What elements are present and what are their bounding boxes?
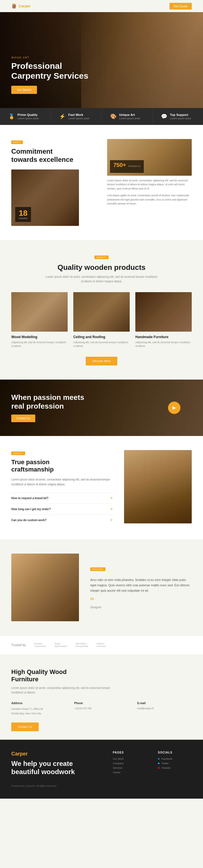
twitter-icon bbox=[158, 763, 160, 764]
feature-desc-2: Lorem ipsum amet bbox=[68, 117, 89, 120]
testimonial-section: REVIEW Arcu odio ut sem nulla pharetra. … bbox=[0, 539, 203, 636]
footer-pages-title: PAGES bbox=[113, 751, 147, 754]
product-image-2 bbox=[73, 292, 130, 332]
passion-content: When passion meetsreal profession Contac… bbox=[0, 393, 96, 422]
footer-contact-button[interactable]: Contact Us bbox=[11, 722, 39, 731]
product-card-1: Wood Modelling Adipiscing elit, sed do e… bbox=[11, 292, 68, 348]
footer-top-desc: Lorem ipsum dolor sit amet, consectetur … bbox=[11, 686, 113, 695]
trusted-by-section: Trusted by MONEX Corporation Elega Appre… bbox=[0, 636, 203, 654]
product-desc-2: Adipiscing elit, sed do eiusmod tempor i… bbox=[73, 341, 130, 348]
hero-title: ProfessionalCarpentry Services bbox=[11, 61, 89, 81]
feature-title-3: Unique Art bbox=[119, 113, 140, 117]
footer-email-value: mail@carper.fr bbox=[137, 707, 192, 710]
craftsmanship-image bbox=[124, 450, 192, 523]
feature-desc-3: Lorem ipsum amet bbox=[119, 117, 140, 120]
nav-cta-button[interactable]: Get Quote bbox=[169, 3, 192, 9]
footer-brand: Carper We help you createbeautiful woodw… bbox=[11, 751, 102, 787]
product-name-2: Ceiling and Roofing bbox=[73, 335, 130, 339]
social-link-twitter[interactable]: Twitter bbox=[158, 762, 192, 765]
navbar: 🪵 Carper Get Quote bbox=[0, 0, 203, 12]
hero-tag: WOOD ART bbox=[11, 56, 89, 59]
faq-expand-icon-3: + bbox=[110, 518, 113, 523]
footer-top-section: High Quality WoodFurniture Lorem ipsum d… bbox=[0, 654, 203, 740]
commitment-right: 750+ PROJECTS Lorem ipsum dolor sit amet… bbox=[107, 139, 192, 206]
footer-address-value: Paradise Road 77, Office 66Florida Bay, … bbox=[11, 707, 66, 716]
footer-copyright: Powered by Carpcoll. All rights reserved… bbox=[11, 784, 102, 787]
footer-bottom-section: Carper We help you createbeautiful woodw… bbox=[0, 740, 203, 799]
footer-link-company[interactable]: Company bbox=[113, 762, 147, 765]
passion-play-button[interactable]: ▶ bbox=[168, 402, 180, 414]
fast-work-icon: ⚡ bbox=[59, 113, 65, 120]
social-link-facebook[interactable]: Facebook bbox=[158, 757, 192, 760]
passion-contact-button[interactable]: Contact Us bbox=[11, 414, 35, 422]
quotemark-icon: " bbox=[90, 598, 192, 606]
hero-section: WOOD ART ProfessionalCarpentry Services … bbox=[0, 12, 203, 108]
commitment-section: BEST Commitmenttowards excellence 18 YEA… bbox=[0, 125, 203, 240]
feature-desc-1: Lorem ipsum amet bbox=[18, 117, 39, 120]
footer-link-our-work[interactable]: Our Work bbox=[113, 757, 147, 760]
feature-prime-quality: 🏅 Prime Quality Lorem ipsum amet bbox=[0, 108, 51, 125]
testimonial-author: Designer bbox=[90, 606, 192, 609]
testimonial-quote: Arcu odio ut sem nulla pharetra. Sodales… bbox=[90, 577, 192, 593]
footer-phone-title: Phone bbox=[74, 702, 129, 705]
products-title: Quality wooden products bbox=[11, 263, 192, 272]
commitment-tag: BEST bbox=[11, 141, 23, 144]
commitment-desc-2: Loki aliqua ugalis sit amet, consectetur… bbox=[107, 193, 192, 206]
feature-desc-4: Lorem ipsum amet bbox=[170, 117, 191, 120]
product-image-3 bbox=[135, 292, 192, 332]
craftsmanship-tag: ABOUT bbox=[11, 452, 25, 455]
commitment-title: Commitmenttowards excellence bbox=[11, 148, 96, 164]
passion-banner-section: When passion meetsreal profession Contac… bbox=[0, 379, 203, 436]
prime-quality-icon: 🏅 bbox=[8, 113, 15, 120]
product-desc-1: Adipiscing elit, sed do eiusmod tempor i… bbox=[11, 341, 68, 348]
faq-item-1[interactable]: How to request a brand kit? + bbox=[11, 492, 113, 503]
footer-link-career[interactable]: Career bbox=[113, 771, 147, 774]
products-grid: Wood Modelling Adipiscing elit, sed do e… bbox=[11, 292, 192, 348]
faq-question-1: How to request a brand kit? bbox=[11, 497, 48, 500]
footer-phone-value: +1(23) 478 799 bbox=[74, 707, 129, 710]
footer-nav: PAGES Our Work Company Services Career bbox=[113, 751, 147, 787]
feature-top-support: 💬 Top Support Lorem ipsum amet bbox=[153, 108, 203, 125]
footer-link-services[interactable]: Services bbox=[113, 767, 147, 769]
testimonial-right: REVIEW Arcu odio ut sem nulla pharetra. … bbox=[90, 566, 192, 609]
social-link-youtube[interactable]: Youtube bbox=[158, 767, 192, 769]
products-tag: QUALITY bbox=[95, 255, 108, 259]
footer-email: E-mail mail@carper.fr bbox=[137, 702, 192, 716]
faq-item-2[interactable]: How long can I get my order? + bbox=[11, 503, 113, 515]
footer-logo: Carper bbox=[11, 751, 102, 757]
feature-title-2: Fast Work bbox=[68, 113, 89, 117]
footer-socials-title: SOCIALS bbox=[158, 751, 192, 754]
testimonial-left bbox=[11, 554, 79, 621]
footer-address-title: Address bbox=[11, 702, 66, 705]
features-bar: 🏅 Prime Quality Lorem ipsum amet ⚡ Fast … bbox=[0, 108, 203, 125]
nav-logo: 🪵 Carper bbox=[11, 3, 30, 9]
feature-fast-work: ⚡ Fast Work Lorem ipsum amet bbox=[51, 108, 102, 125]
hero-cta-button[interactable]: Get Started bbox=[11, 86, 37, 94]
feature-title-1: Prime Quality bbox=[18, 113, 39, 117]
faq-question-3: Can you do custom work? bbox=[11, 519, 46, 522]
passion-title: When passion meetsreal profession bbox=[11, 393, 84, 411]
product-name-3: Handmade Furniture bbox=[135, 335, 192, 339]
faq-expand-icon-2: + bbox=[110, 506, 113, 512]
footer-top-title: High Quality WoodFurniture bbox=[11, 668, 192, 683]
craft-right bbox=[124, 450, 192, 526]
youtube-icon bbox=[158, 767, 160, 769]
product-name-1: Wood Modelling bbox=[11, 335, 68, 339]
craftsmanship-section: ABOUT True passioncraftsmanship Lorem ip… bbox=[0, 436, 203, 540]
commitment-right-image: 750+ PROJECTS bbox=[107, 139, 192, 176]
brand-logo-monex: MONEX Corporation bbox=[34, 642, 46, 648]
products-subtitle: Lorem ipsum dolor sit amet, consectetur … bbox=[45, 275, 158, 284]
feature-unique-art: 🎨 Unique Art Lorem ipsum amet bbox=[102, 108, 153, 125]
brand-logo-tacobell: TACOBELL Incorporated bbox=[75, 642, 88, 648]
footer-social: SOCIALS Facebook Twitter Youtube bbox=[158, 751, 192, 787]
feature-title-4: Top Support bbox=[170, 113, 191, 117]
discover-more-button[interactable]: Discover More bbox=[86, 357, 117, 366]
facebook-icon bbox=[158, 758, 160, 760]
faq-item-3[interactable]: Can you do custom work? + bbox=[11, 515, 113, 525]
unique-art-icon: 🎨 bbox=[110, 113, 116, 120]
stat-label: PROJECTS bbox=[129, 165, 141, 167]
testimonial-image bbox=[11, 554, 79, 621]
testimonial-tag: REVIEW bbox=[90, 567, 105, 571]
footer-tagline: We help you createbeautiful woodwork bbox=[11, 760, 102, 776]
faq-question-2: How long can I get my order? bbox=[11, 507, 51, 511]
